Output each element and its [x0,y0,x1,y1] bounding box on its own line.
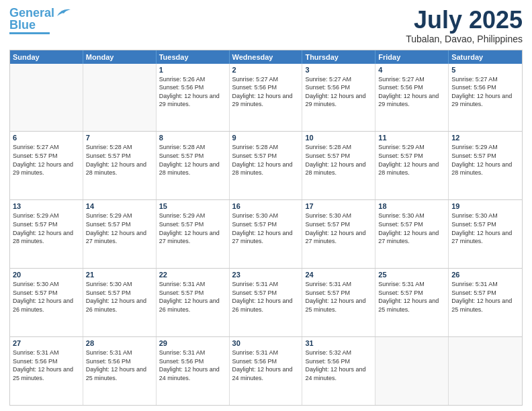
sunset-time: Sunset: 5:57 PM [305,220,372,229]
logo: General Blue [9,7,71,34]
sunrise-time: Sunrise: 5:30 AM [86,280,153,289]
sunrise-time: Sunrise: 5:27 AM [232,75,300,84]
calendar-cell: 26Sunrise: 5:31 AMSunset: 5:57 PMDayligh… [449,269,522,336]
calendar-body: 1Sunrise: 5:26 AMSunset: 5:56 PMDaylight… [10,64,522,405]
day-number: 13 [13,202,80,210]
daylight-hours: Daylight: 12 hours and 27 minutes. [232,229,300,246]
sunrise-time: Sunrise: 5:30 AM [232,212,300,220]
calendar-cell: 14Sunrise: 5:29 AMSunset: 5:57 PMDayligh… [83,200,157,268]
calendar-cell: 15Sunrise: 5:29 AMSunset: 5:57 PMDayligh… [157,200,230,268]
sunrise-time: Sunrise: 5:31 AM [232,349,300,357]
day-number: 6 [13,134,80,142]
day-number: 11 [378,134,445,142]
day-number: 7 [86,134,153,142]
day-number: 22 [159,271,226,279]
daylight-hours: Daylight: 12 hours and 29 minutes. [305,92,372,109]
sunset-time: Sunset: 5:57 PM [232,289,300,298]
day-number: 23 [232,271,300,279]
daylight-hours: Daylight: 12 hours and 26 minutes. [159,297,226,314]
daylight-hours: Daylight: 12 hours and 27 minutes. [451,229,519,246]
page: General Blue July 2025 Tubalan, Davao, P… [0,0,532,411]
sunrise-time: Sunrise: 5:29 AM [159,212,226,220]
daylight-hours: Daylight: 12 hours and 27 minutes. [305,229,372,246]
daylight-hours: Daylight: 12 hours and 24 minutes. [232,365,300,382]
daylight-hours: Daylight: 12 hours and 25 minutes. [451,297,519,314]
sunrise-time: Sunrise: 5:31 AM [232,280,300,289]
calendar-cell: 31Sunrise: 5:32 AMSunset: 5:56 PMDayligh… [302,337,375,405]
day-number: 10 [305,134,372,142]
sunrise-time: Sunrise: 5:28 AM [86,143,153,152]
calendar-cell: 18Sunrise: 5:30 AMSunset: 5:57 PMDayligh… [375,200,449,268]
calendar-header-cell: Sunday [10,50,83,64]
daylight-hours: Daylight: 12 hours and 27 minutes. [86,229,153,246]
day-number: 9 [232,134,300,142]
day-number: 3 [305,66,372,74]
sunrise-time: Sunrise: 5:31 AM [378,280,445,289]
daylight-hours: Daylight: 12 hours and 29 minutes. [13,161,80,177]
daylight-hours: Daylight: 12 hours and 28 minutes. [451,161,519,177]
day-number: 16 [232,202,300,210]
day-number: 21 [86,271,153,279]
daylight-hours: Daylight: 12 hours and 24 minutes. [305,365,372,382]
calendar-header-cell: Monday [83,50,157,64]
daylight-hours: Daylight: 12 hours and 28 minutes. [13,229,80,246]
sunrise-time: Sunrise: 5:31 AM [305,280,372,289]
calendar-cell: 7Sunrise: 5:28 AMSunset: 5:57 PMDaylight… [83,132,157,199]
day-number: 28 [86,339,153,347]
daylight-hours: Daylight: 12 hours and 29 minutes. [451,92,519,109]
sunrise-time: Sunrise: 5:29 AM [378,143,445,152]
sunrise-time: Sunrise: 5:28 AM [232,143,300,152]
sunrise-time: Sunrise: 5:30 AM [451,212,519,220]
calendar-cell: 28Sunrise: 5:31 AMSunset: 5:56 PMDayligh… [83,337,157,405]
sunrise-time: Sunrise: 5:26 AM [159,75,226,84]
daylight-hours: Daylight: 12 hours and 29 minutes. [232,92,300,109]
sunrise-time: Sunrise: 5:31 AM [159,280,226,289]
daylight-hours: Daylight: 12 hours and 28 minutes. [305,161,372,177]
sunset-time: Sunset: 5:57 PM [305,152,372,161]
daylight-hours: Daylight: 12 hours and 25 minutes. [86,365,153,382]
day-number: 27 [13,339,80,347]
calendar-cell: 13Sunrise: 5:29 AMSunset: 5:57 PMDayligh… [10,200,83,268]
sunset-time: Sunset: 5:57 PM [232,152,300,161]
sunset-time: Sunset: 5:57 PM [159,152,226,161]
sunrise-time: Sunrise: 5:27 AM [13,143,80,152]
sunset-time: Sunset: 5:56 PM [305,357,372,366]
sunrise-time: Sunrise: 5:29 AM [13,212,80,220]
calendar-header-cell: Tuesday [157,50,230,64]
daylight-hours: Daylight: 12 hours and 27 minutes. [159,229,226,246]
calendar-cell [375,337,449,405]
calendar-row: 6Sunrise: 5:27 AMSunset: 5:57 PMDaylight… [10,131,522,199]
day-number: 29 [159,339,226,347]
daylight-hours: Daylight: 12 hours and 29 minutes. [159,92,226,109]
daylight-hours: Daylight: 12 hours and 25 minutes. [13,365,80,382]
calendar-cell: 17Sunrise: 5:30 AMSunset: 5:57 PMDayligh… [302,200,375,268]
calendar-cell: 20Sunrise: 5:30 AMSunset: 5:57 PMDayligh… [10,269,83,336]
sunset-time: Sunset: 5:57 PM [159,220,226,229]
daylight-hours: Daylight: 12 hours and 24 minutes. [159,365,226,382]
sunrise-time: Sunrise: 5:31 AM [86,349,153,357]
calendar-cell: 21Sunrise: 5:30 AMSunset: 5:57 PMDayligh… [83,269,157,336]
calendar-cell: 24Sunrise: 5:31 AMSunset: 5:57 PMDayligh… [302,269,375,336]
sunrise-time: Sunrise: 5:27 AM [451,75,519,84]
title-block: July 2025 Tubalan, Davao, Philippines [406,7,523,44]
sunrise-time: Sunrise: 5:31 AM [451,280,519,289]
calendar-cell [449,337,522,405]
calendar-header-cell: Saturday [449,50,522,64]
sunset-time: Sunset: 5:56 PM [305,83,372,92]
calendar-cell [10,64,83,132]
day-number: 1 [159,66,226,74]
daylight-hours: Daylight: 12 hours and 25 minutes. [378,297,445,314]
day-number: 8 [159,134,226,142]
calendar-cell: 12Sunrise: 5:29 AMSunset: 5:57 PMDayligh… [449,132,522,199]
calendar-cell: 2Sunrise: 5:27 AMSunset: 5:56 PMDaylight… [230,64,303,132]
calendar-header-cell: Wednesday [230,50,303,64]
calendar-row: 13Sunrise: 5:29 AMSunset: 5:57 PMDayligh… [10,199,522,268]
day-number: 15 [159,202,226,210]
day-number: 17 [305,202,372,210]
calendar-cell: 11Sunrise: 5:29 AMSunset: 5:57 PMDayligh… [375,132,449,199]
sunrise-time: Sunrise: 5:31 AM [13,349,80,357]
sunrise-time: Sunrise: 5:31 AM [159,349,226,357]
title-month: July 2025 [406,7,523,34]
daylight-hours: Daylight: 12 hours and 28 minutes. [159,161,226,177]
sunrise-time: Sunrise: 5:29 AM [451,143,519,152]
